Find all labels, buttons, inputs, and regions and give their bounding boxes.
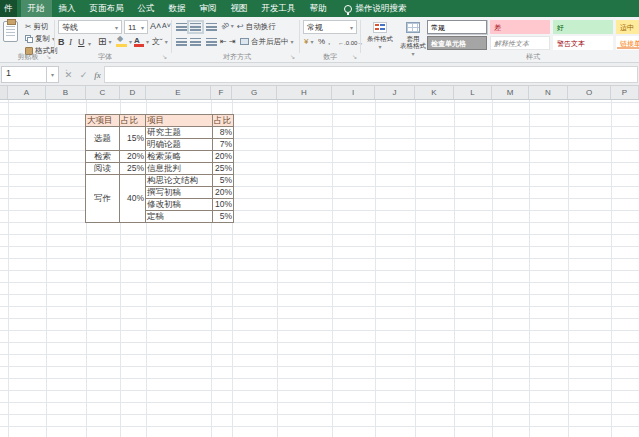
table-cell-item[interactable]: 撰写初稿 [146,187,213,199]
cell-style-option[interactable]: 差 [490,20,550,34]
table-cell-category[interactable]: 写作 [86,175,120,223]
column-header[interactable]: N [529,86,568,99]
conditional-formatting-button[interactable]: 条件格式 ▾ [364,19,396,61]
insert-function-icon[interactable]: fx [91,67,104,82]
table-cell-category[interactable]: 检索 [86,151,120,163]
table-header-cell[interactable]: 大项目 [86,115,120,127]
table-cell-item-pct[interactable]: 7% [213,139,234,151]
table-cell-item[interactable]: 明确论题 [146,139,213,151]
column-header[interactable]: A [8,86,46,99]
column-header[interactable]: C [86,86,120,99]
ribbon-tab[interactable]: 件 [0,0,17,17]
ribbon-tab[interactable]: 视图 [224,0,255,17]
table-cell-item-pct[interactable]: 5% [213,211,234,223]
align-bottom-button[interactable] [206,21,217,32]
borders-button[interactable]: ⊞▾ [98,36,111,47]
column-header[interactable]: L [454,86,492,99]
table-cell-item-pct[interactable]: 20% [213,151,234,163]
table-cell-item-pct[interactable]: 5% [213,175,234,187]
table-cell-category-pct[interactable]: 20% [120,151,146,163]
align-middle-button[interactable] [190,21,201,32]
tell-me-search[interactable]: 操作说明搜索 [344,0,407,17]
table-cell-item[interactable]: 定稿 [146,211,213,223]
number-format-combo[interactable]: 常规▾ [303,20,357,34]
cell-style-option[interactable]: 链接单元格 [616,36,639,50]
decrease-indent-button[interactable]: ⇤ [220,36,227,47]
fill-color-button[interactable]: ▾ [116,36,132,47]
ribbon-tab[interactable]: 插入 [52,0,83,17]
table-cell-category-pct[interactable]: 15% [120,127,146,151]
table-header-cell[interactable]: 占比 [213,115,234,127]
cell-style-option[interactable]: 好 [553,20,613,34]
paste-button[interactable] [3,21,18,42]
table-cell-category-pct[interactable]: 25% [120,163,146,175]
table-cell-item[interactable]: 信息批判 [146,163,213,175]
percent-style-button[interactable]: % [318,36,325,47]
column-header[interactable]: I [332,86,375,99]
table-cell-item[interactable]: 检索策略 [146,151,213,163]
table-header-cell[interactable]: 占比 [120,115,146,127]
italic-button[interactable]: I [69,36,72,47]
decrease-font-size-button[interactable]: A˅ [162,22,171,29]
column-header[interactable]: G [232,86,277,99]
table-cell-item-pct[interactable]: 20% [213,187,234,199]
bold-button[interactable]: B [58,36,65,47]
ribbon-tab[interactable]: 开发工具 [255,0,303,17]
ribbon-tab[interactable]: 页面布局 [83,0,131,17]
table-header-cell[interactable]: 项目 [146,115,213,127]
orientation-button[interactable]: ab▾ [221,20,234,31]
column-header[interactable]: P [611,86,639,99]
align-top-button[interactable] [176,21,187,32]
table-cell-item-pct[interactable]: 8% [213,127,234,139]
name-box[interactable]: 1 [1,66,47,83]
cancel-icon[interactable]: ✕ [62,67,75,82]
column-header[interactable]: F [211,86,232,99]
format-as-table-button[interactable]: 套用 表格格式 ▾ [396,19,430,61]
column-header[interactable]: D [120,86,146,99]
copy-button[interactable]: 复制▾ [25,33,55,44]
column-header[interactable]: M [492,86,529,99]
font-color-button[interactable]: A▾ [134,36,149,47]
accounting-format-button[interactable]: ¥▾ [304,36,313,47]
table-cell-category[interactable]: 阅读 [86,163,120,175]
cell-style-option[interactable]: 解释性文本 [490,36,550,50]
dialog-launcher-icon[interactable]: ↘ [290,54,295,60]
column-header[interactable]: B [46,86,86,99]
table-cell-item-pct[interactable]: 10% [213,199,234,211]
table-cell-item[interactable]: 构思论文结构 [146,175,213,187]
table-cell-item-pct[interactable]: 25% [213,163,234,175]
column-header[interactable]: E [146,86,211,99]
table-cell-item[interactable]: 修改初稿 [146,199,213,211]
cut-button[interactable]: ✂ 剪切 [25,21,48,32]
ribbon-tab[interactable]: 开始 [21,0,52,17]
merge-center-button[interactable]: 合并后居中▾ [240,36,294,47]
align-left-button[interactable] [176,36,187,47]
increase-decimal-button[interactable]: ←.0 [338,37,349,48]
ribbon-tab[interactable]: 数据 [162,0,193,17]
column-header[interactable]: J [375,86,415,99]
align-right-button[interactable] [206,36,217,47]
cell-style-option[interactable]: 检查单元格 [427,36,487,50]
cell-style-option[interactable]: 适中 [616,20,639,34]
dialog-launcher-icon[interactable]: ↘ [162,54,167,60]
table-cell-item[interactable]: 研究主题 [146,127,213,139]
dialog-launcher-icon[interactable]: ↘ [352,54,357,60]
name-box-dropdown[interactable]: ▾ [47,66,59,83]
ribbon-tab[interactable]: 帮助 [303,0,334,17]
comma-style-button[interactable]: , [328,36,330,47]
phonetic-guide-button[interactable]: 文˘▾ [152,36,168,47]
cell-style-option[interactable]: 警告文本 [553,36,613,50]
cell-style-option[interactable]: 常规 [427,20,487,34]
select-all-corner[interactable] [0,86,8,99]
underline-button[interactable]: U [78,36,85,47]
font-size-combo[interactable]: 11▾ [124,20,148,34]
formula-input[interactable] [104,66,638,83]
increase-indent-button[interactable]: ⇥ [229,36,236,47]
column-header[interactable]: O [568,86,611,99]
increase-font-size-button[interactable]: A˄ [150,21,161,31]
ribbon-tab[interactable]: 公式 [131,0,162,17]
ribbon-tab[interactable]: 审阅 [193,0,224,17]
underline-dropdown[interactable]: ▾ [88,38,91,49]
font-name-combo[interactable]: 等线▾ [58,20,122,34]
table-cell-category-pct[interactable]: 40% [120,175,146,223]
